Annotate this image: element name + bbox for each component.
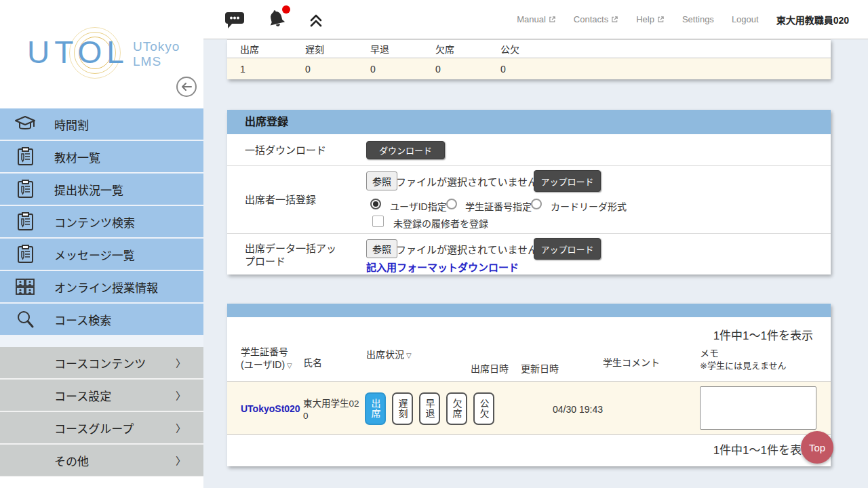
chat-bubble-icon: [224, 10, 245, 29]
student-row: UTokyoSt020 東大用学生020 出席 遅刻 早退 欠席 公欠 04/3…: [227, 381, 831, 435]
sidebar-item-label: コース設定: [54, 387, 111, 404]
status-button-absent[interactable]: 欠席: [446, 392, 467, 425]
summary-value-cell: 0: [292, 64, 357, 75]
sort-icon[interactable]: ▽: [406, 352, 412, 359]
no-file-selected-text: ファイルが選択されていません。: [396, 242, 548, 256]
sidebar: UTOL UTokyo LMS 時間割 教材一覧 提: [0, 0, 203, 488]
graduation-cap-icon: [14, 115, 37, 133]
status-button-present[interactable]: 出席: [365, 392, 386, 425]
collapse-header-button[interactable]: [308, 12, 324, 28]
radio-user-id-label[interactable]: ユーザID指定: [390, 199, 447, 213]
collapse-sidebar-button[interactable]: [176, 77, 197, 97]
summary-value-cell: 0: [357, 64, 422, 75]
radio-user-id[interactable]: [370, 199, 381, 209]
header-memo: メモ ※学生には見えません: [700, 347, 787, 371]
sidebar-item-message-list[interactable]: メッセージ一覧: [0, 239, 203, 271]
external-link-icon: [549, 16, 556, 23]
sidebar-item-course-search[interactable]: コース検索: [0, 304, 203, 336]
sidebar-item-label: 時間割: [54, 116, 89, 133]
format-download-link[interactable]: 記入用フォーマットダウンロード: [366, 260, 519, 274]
header-student-id[interactable]: 学生証番号 (ユーザID)▽: [241, 346, 292, 371]
status-button-excused-absence[interactable]: 公欠: [473, 392, 494, 425]
chevron-right-icon: 〉: [176, 421, 186, 435]
sidebar-item-label: オンライン授業情報: [54, 279, 158, 296]
summary-header-row: 出席 遅刻 早退 欠席 公欠: [227, 39, 831, 58]
sidebar-item-others[interactable]: その他 〉: [0, 445, 203, 477]
radio-student-card-number[interactable]: [446, 199, 457, 209]
summary-header-cell: 遅刻: [292, 42, 357, 56]
memo-textarea[interactable]: [700, 386, 816, 430]
summary-value-cell: 0: [488, 64, 553, 75]
sidebar-item-label: コースグループ: [54, 420, 134, 436]
sidebar-item-content-search[interactable]: コンテンツ検索: [0, 206, 203, 239]
radio-student-card-number-label[interactable]: 学生証番号指定: [465, 199, 532, 213]
sidebar-item-label: その他: [54, 452, 89, 469]
help-link[interactable]: Help: [636, 14, 665, 24]
student-table-header-row: 学生証番号 (ユーザID)▽ 氏名 出席状況▽ 出席日時 更新日時 学生コメント…: [227, 343, 831, 381]
student-attendance-panel: 1件中1〜1件を表示 学生証番号 (ユーザID)▽ 氏名 出席状況▽ 出席日時 …: [227, 304, 831, 466]
radio-card-reader[interactable]: [531, 199, 542, 209]
clipboard-icon: [14, 212, 37, 231]
notifications-button[interactable]: [266, 9, 288, 30]
download-button[interactable]: ダウンロード: [366, 141, 445, 159]
utol-logo-subtitle: UTokyo LMS: [133, 39, 180, 69]
attendance-register-panel: 出席登録 一括ダウンロード ダウンロード 出席者一括登録 参照 ファイルが選択さ…: [227, 110, 831, 274]
clipboard-icon: [14, 245, 37, 264]
summary-header-cell: 欠席: [422, 42, 488, 56]
upload-button[interactable]: アップロード: [534, 170, 601, 192]
register-unregistered-label[interactable]: 未登録の履修者を登録: [393, 216, 488, 230]
sidebar-item-timetable[interactable]: 時間割: [0, 108, 203, 141]
contacts-link[interactable]: Contacts: [574, 14, 618, 24]
clipboard-icon: [14, 180, 37, 199]
browse-file-button[interactable]: 参照: [366, 239, 397, 258]
header-name: 氏名: [303, 357, 322, 369]
sort-icon[interactable]: ▽: [287, 362, 292, 369]
table-title-bar: [227, 304, 831, 317]
browse-file-button[interactable]: 参照: [366, 171, 397, 190]
messages-button[interactable]: [224, 10, 245, 29]
sidebar-item-materials[interactable]: 教材一覧: [0, 141, 203, 174]
chevron-right-icon: 〉: [176, 453, 186, 468]
logout-link[interactable]: Logout: [732, 14, 759, 24]
no-file-selected-text: ファイルが選択されていません。: [396, 174, 548, 188]
bulk-download-label: 一括ダウンロード: [245, 144, 350, 157]
header-attended-at: 出席日時: [471, 363, 509, 375]
chevron-right-icon: 〉: [176, 356, 186, 370]
panel-title: 出席登録: [227, 110, 831, 134]
status-button-early-leave[interactable]: 早退: [419, 392, 440, 425]
sidebar-item-submission-status[interactable]: 提出状況一覧: [0, 174, 203, 206]
attendee-bulk-label: 出席者一括登録: [245, 194, 350, 207]
header-student-comment: 学生コメント: [603, 357, 660, 369]
register-unregistered-checkbox[interactable]: [372, 216, 384, 227]
memo-note: ※学生には見えません: [700, 360, 787, 372]
sidebar-item-course-settings[interactable]: コース設定 〉: [0, 380, 203, 412]
external-link-icon: [657, 16, 665, 23]
header-status[interactable]: 出席状況▽: [366, 348, 412, 361]
back-arrow-icon: [181, 82, 192, 92]
summary-header-cell: 公欠: [488, 42, 553, 56]
summary-header-cell: 早退: [357, 42, 422, 56]
radio-card-reader-label[interactable]: カードリーダ形式: [551, 199, 627, 213]
manual-link[interactable]: Manual: [517, 14, 556, 24]
result-count-bottom: 1件中1〜1件を表示: [227, 435, 831, 466]
clipboard-icon: [14, 147, 37, 166]
attendee-bulk-register-row: 出席者一括登録 参照 ファイルが選択されていません。 アップロード ユーザID指…: [227, 166, 831, 234]
sidebar-item-online-class-info[interactable]: オンライン授業情報: [0, 271, 203, 304]
student-id-link[interactable]: UTokyoSt020: [241, 403, 300, 414]
scroll-to-top-button[interactable]: Top: [801, 431, 833, 464]
settings-link[interactable]: Settings: [682, 14, 714, 24]
sidebar-item-label: コンテンツ検索: [54, 214, 135, 230]
status-button-late[interactable]: 遅刻: [392, 392, 413, 425]
double-chevron-up-icon: [308, 12, 324, 28]
current-user-name: 東大用教職員020: [776, 13, 849, 26]
summary-header-cell: 出席: [227, 42, 292, 56]
sidebar-item-course-contents[interactable]: コースコンテンツ 〉: [0, 347, 203, 380]
data-bulk-upload-row: 出席データ一括アップロード 参照 ファイルが選択されていません。 アップロード …: [227, 234, 831, 274]
sidebar-item-label: 教材一覧: [54, 148, 100, 165]
result-count-top: 1件中1〜1件を表示: [227, 317, 831, 343]
utol-logo: UTOL: [27, 34, 129, 70]
header-updated-at: 更新日時: [521, 363, 559, 375]
upload-button[interactable]: アップロード: [534, 238, 601, 260]
student-name: 東大用学生020: [303, 398, 361, 422]
sidebar-item-course-group[interactable]: コースグループ 〉: [0, 412, 203, 445]
